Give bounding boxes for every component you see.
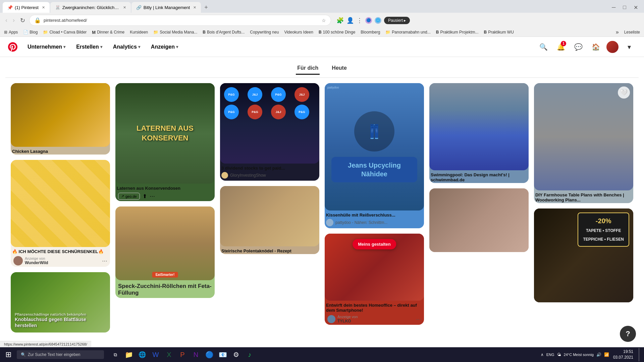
- window-controls: ─ □ ✕: [608, 3, 641, 12]
- pin-title-pool: Swimmingpool: Das Design macht's! | schw…: [429, 170, 529, 183]
- tab-fuer-dich[interactable]: Für dich: [296, 62, 320, 75]
- profile-dropdown-button[interactable]: ▾: [623, 40, 636, 54]
- status-bar: https://www.pinterest.at/pin/68454721211…: [0, 341, 91, 347]
- taskbar-clock[interactable]: 19:51 03.07.2021: [613, 349, 633, 360]
- bookmark-bloomberg[interactable]: Bloomberg: [361, 30, 380, 35]
- pin-subtitle-glory: GloryInvestingShow: [220, 171, 319, 181]
- user-avatar[interactable]: [606, 41, 619, 53]
- pin-card-chicken-lasagna[interactable]: Chicken Lasagna: [11, 83, 110, 155]
- pin-card-pool[interactable]: Swimmingpool: Das Design macht's! | schw…: [429, 83, 529, 183]
- profile-icon[interactable]: 👤: [346, 17, 354, 24]
- notifications-button[interactable]: 🔔 1: [554, 40, 568, 54]
- tab-favicon-bitly: 🔗: [136, 5, 142, 10]
- search-button[interactable]: 🔍: [537, 40, 550, 54]
- nav-unternehmen[interactable]: Unternehmen ▾: [23, 41, 70, 53]
- nav-analytics[interactable]: Analytics ▾: [108, 41, 145, 53]
- help-button[interactable]: ?: [620, 326, 636, 342]
- taskbar-app-explorer[interactable]: 📁: [123, 349, 135, 361]
- bookmark-panorama[interactable]: 📁 Panoramabahn und...: [385, 30, 430, 35]
- taskbar-app-excel[interactable]: X: [163, 349, 175, 361]
- bookmark-cload[interactable]: 📁 Cload • Canva Bilder: [43, 30, 87, 35]
- pin-card-kissen[interactable]: pattydoo 👖 Jeans Upcycling Nähidee Kisse…: [325, 83, 424, 228]
- reload-button[interactable]: ↻: [19, 15, 26, 25]
- taskbar-start-button[interactable]: ⊞: [3, 349, 14, 360]
- bookmark-blog[interactable]: 📄 Blog: [23, 30, 38, 35]
- tab-title-pinterest: (1) Pinterest: [15, 5, 39, 10]
- window-maximize[interactable]: □: [620, 3, 630, 12]
- taskbar-app-chrome[interactable]: 🔵: [203, 349, 215, 361]
- alerts-button[interactable]: 🏠: [589, 40, 602, 54]
- bookmarks-more[interactable]: »: [616, 29, 619, 35]
- pin-card-homeoffice[interactable]: Meins gestalten Entwirft dein bestes Hom…: [325, 234, 424, 325]
- bookmark-star-icon[interactable]: ☆: [322, 18, 326, 23]
- tab-close-bitly[interactable]: ✕: [193, 5, 196, 10]
- taskbar-app-powerpoint[interactable]: P: [176, 349, 189, 361]
- ad-more-tylko[interactable]: ⋯: [416, 316, 421, 322]
- tab-heute[interactable]: Heute: [330, 62, 348, 75]
- new-tab-button[interactable]: +: [202, 3, 211, 12]
- tab-close-rabbit[interactable]: ✕: [123, 5, 126, 10]
- bookmark-copy[interactable]: Copywriting neu: [250, 30, 279, 35]
- notification-badge: 1: [561, 41, 566, 46]
- network-icon[interactable]: 📶: [604, 352, 609, 357]
- extension-btn-2[interactable]: 🌐: [375, 17, 381, 24]
- pin-card-discount[interactable]: -20%TAPETE • STOFFETEPPICHE • FLIESEN: [534, 208, 633, 302]
- bookmark-100[interactable]: B 100 schöne Dinge: [319, 30, 355, 35]
- nav-erstellen[interactable]: Erstellen ▾: [71, 41, 107, 53]
- taskbar-app-word[interactable]: W: [150, 349, 162, 361]
- messages-button[interactable]: 💬: [572, 40, 585, 54]
- bookmark-dinner[interactable]: M Dinner & Crime: [92, 30, 124, 35]
- show-desktop-button[interactable]: [639, 348, 641, 361]
- bookmark-bois[interactable]: B Bois d'Argent Dufts...: [203, 30, 245, 35]
- taskbar-search-box[interactable]: 🔍 Zur Suche Text hier eingeben: [17, 350, 104, 359]
- taskbar-app-mail[interactable]: 📧: [217, 349, 229, 361]
- source-link-geo[interactable]: ↗ geo.de: [118, 193, 140, 200]
- bookmark-video[interactable]: Videokurs Ideen: [284, 30, 313, 35]
- window-minimize[interactable]: ─: [608, 3, 619, 12]
- bookmark-kursideen[interactable]: Kursideen: [130, 30, 148, 35]
- pin-card-knoblauch[interactable]: Pflanzenschädlinge natürlich bekämpfen K…: [11, 272, 110, 333]
- volume-icon[interactable]: 🔊: [596, 352, 601, 357]
- tab-rabbit[interactable]: 🐰 Zwergkaninchen: Glücklich durch... ✕: [50, 2, 131, 13]
- bookmark-apps[interactable]: ⊞ Apps: [4, 30, 18, 35]
- extension-btn-1[interactable]: 🔵: [365, 17, 372, 24]
- tray-up-icon[interactable]: ∧: [541, 352, 544, 357]
- window-close[interactable]: ✕: [630, 3, 641, 12]
- taskbar-app-onenote[interactable]: N: [190, 349, 202, 361]
- pause-button[interactable]: Pausiert ▸: [384, 17, 410, 24]
- more-options-icon[interactable]: ⋯: [150, 193, 155, 199]
- pin-card-schnuersenkel[interactable]: 🔥 ICH MÖCHTE DIESE SCHNÜRSENKEL🔥 Anzeige…: [11, 160, 110, 267]
- bookmark-praktikum2[interactable]: B Praktikum WU: [484, 30, 514, 35]
- heart-button[interactable]: 🤍: [618, 86, 630, 99]
- pin-card-diy-table[interactable]: 🤍 DIY Farmhouse Table Plans with Benches…: [534, 83, 633, 203]
- pinterest-logo[interactable]: [8, 42, 17, 52]
- pin-card-laternen[interactable]: LATERNEN AUS KONSERVEN Laternen aus Kons…: [115, 83, 215, 201]
- taskbar-app-edge[interactable]: 🌐: [136, 349, 148, 361]
- extensions-icon[interactable]: 🧩: [336, 17, 344, 24]
- pin-card-dividend[interactable]: P&G J&J P&G J&J P&G P&G J&J P&G 3 divide…: [220, 83, 319, 181]
- pin-card-polenta[interactable]: Steirische Polentaknödel - Rezept: [220, 186, 319, 254]
- address-bar[interactable]: 🔒 pinterest.at/homefeed/ ☆: [29, 15, 331, 26]
- taskbar-app-taskview[interactable]: ⧉: [109, 349, 121, 361]
- tab-bitly[interactable]: 🔗 Bitly | Link Management ✕: [131, 2, 201, 13]
- ad-more-wunderwild[interactable]: ⋯: [102, 258, 107, 264]
- pin-card-pflanzen[interactable]: [429, 188, 529, 252]
- bookmark-social[interactable]: 📁 Social Media Mana...: [153, 30, 197, 35]
- meins-gestalten-button[interactable]: Meins gestalten: [353, 239, 396, 249]
- settings-icon[interactable]: ⋮: [357, 17, 363, 24]
- tab-pinterest[interactable]: 📌 (1) Pinterest ✕: [3, 2, 50, 13]
- pin-title-schnuersenkel: 🔥 ICH MÖCHTE DIESE SCHNÜRSENKEL🔥: [11, 247, 110, 255]
- share-icon[interactable]: ⬆: [143, 193, 147, 199]
- content-area: Für dich Heute Chicken Lasagna 🔥 ICH MÖC…: [0, 57, 644, 338]
- forward-button[interactable]: ›: [11, 15, 16, 25]
- back-button[interactable]: ‹: [4, 15, 9, 25]
- taskbar-app-settings[interactable]: ⚙: [230, 349, 242, 361]
- reading-list-button[interactable]: Leseliste: [624, 30, 640, 35]
- taskbar-app-spotify[interactable]: ♪: [244, 349, 256, 361]
- bookmark-praktikum1[interactable]: B Praktikum Projektm...: [436, 30, 479, 35]
- chevron-down-icon-4: ▾: [176, 45, 178, 49]
- header-right: 🔍 🔔 1 💬 🏠 ▾: [537, 40, 636, 54]
- nav-anzeigen[interactable]: Anzeigen ▾: [146, 41, 183, 53]
- tab-close-pinterest[interactable]: ✕: [42, 5, 45, 10]
- pin-card-speck[interactable]: EatSmarter! Speck-Zucchini-Röllchen mit …: [115, 206, 215, 298]
